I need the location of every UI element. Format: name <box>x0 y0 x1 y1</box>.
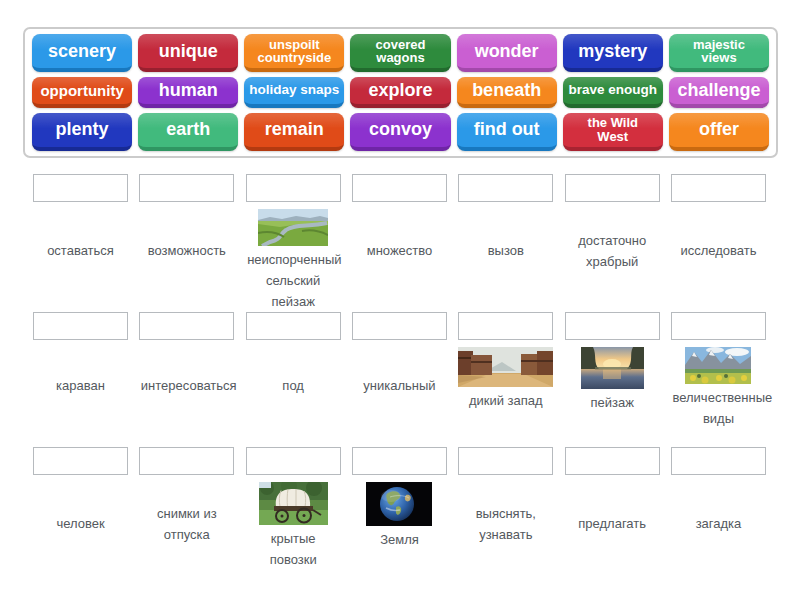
answer-label: неиспорченный сельский пейзаж <box>247 249 339 312</box>
answer-cell: выяснять, узнавать <box>458 447 553 573</box>
word-tile-majestic-views[interactable]: majestic views <box>669 34 769 72</box>
answer-cell: дикий запад <box>458 312 553 432</box>
drop-slot-3-2[interactable] <box>139 447 234 475</box>
drop-slot-1-5[interactable] <box>458 174 553 202</box>
drop-slot-2-3[interactable] <box>246 312 341 340</box>
answer-cell: величественные виды <box>671 312 766 432</box>
word-tile-holiday-snaps[interactable]: holiday snaps <box>244 77 344 107</box>
drop-slot-2-2[interactable] <box>139 312 234 340</box>
answer-cell: исследовать <box>671 174 766 312</box>
answer-cell: человек <box>33 447 128 573</box>
answer-cell: уникальный <box>352 312 447 432</box>
drop-slot-3-7[interactable] <box>671 447 766 475</box>
drop-slot-3-3[interactable] <box>246 447 341 475</box>
drop-slot-1-3[interactable] <box>246 174 341 202</box>
word-tile-explore[interactable]: explore <box>350 77 450 107</box>
answer-label: интересоваться <box>141 375 233 396</box>
drop-slot-3-4[interactable] <box>352 447 447 475</box>
answer-cell: караван <box>33 312 128 432</box>
answer-cell: возможность <box>139 174 234 312</box>
answer-cell: Земля <box>352 447 447 573</box>
word-tile-scenery[interactable]: scenery <box>32 34 132 72</box>
answer-label: уникальный <box>353 375 445 396</box>
drop-slot-3-1[interactable] <box>33 447 128 475</box>
answer-label: достаточно храбрый <box>566 230 658 272</box>
drop-slot-3-6[interactable] <box>565 447 660 475</box>
mountain-meadow-photo <box>685 347 751 384</box>
answer-cell: крытые повозки <box>246 447 341 573</box>
word-tile-challenge[interactable]: challenge <box>669 77 769 107</box>
word-tile-unique[interactable]: unique <box>138 34 238 72</box>
answer-label: под <box>247 375 339 396</box>
answer-label: оставаться <box>35 240 127 261</box>
word-tile-offer[interactable]: offer <box>669 113 769 151</box>
countryside-photo <box>258 209 328 246</box>
answer-cell: оставаться <box>33 174 128 312</box>
answer-row-2: караван интересоваться под уникальный <box>33 312 766 432</box>
word-tile-find-out[interactable]: find out <box>457 113 557 151</box>
drop-slot-2-4[interactable] <box>352 312 447 340</box>
word-tile-human[interactable]: human <box>138 77 238 107</box>
drop-slot-1-1[interactable] <box>33 174 128 202</box>
answer-label: караван <box>35 375 127 396</box>
answer-label: загадка <box>672 513 764 534</box>
covered-wagon-photo <box>259 482 328 525</box>
answer-cell: предлагать <box>565 447 660 573</box>
answer-cell: множество <box>352 174 447 312</box>
answer-row-1: оставаться возможность неиспорченный сел… <box>33 174 766 312</box>
word-bank-panel: scenery unique unspoilt countryside cove… <box>23 27 778 158</box>
answer-label: выяснять, узнавать <box>460 503 552 545</box>
answer-label: предлагать <box>566 513 658 534</box>
word-tile-unspoilt-countryside[interactable]: unspoilt countryside <box>244 34 344 72</box>
answer-label: пейзаж <box>566 392 658 413</box>
word-tile-plenty[interactable]: plenty <box>32 113 132 151</box>
drop-slot-2-6[interactable] <box>565 312 660 340</box>
drop-slot-1-7[interactable] <box>671 174 766 202</box>
answer-cell: достаточно храбрый <box>565 174 660 312</box>
word-tile-opportunity[interactable]: opportunity <box>32 77 132 107</box>
answer-label: дикий запад <box>460 390 552 411</box>
answer-cell: снимки из отпуска <box>139 447 234 573</box>
word-tile-earth[interactable]: earth <box>138 113 238 151</box>
drop-slot-2-1[interactable] <box>33 312 128 340</box>
answer-label: величественные виды <box>672 387 764 429</box>
wild-west-town-photo <box>458 347 553 387</box>
answer-cell: пейзаж <box>565 312 660 432</box>
drop-slot-3-5[interactable] <box>458 447 553 475</box>
answer-label: исследовать <box>672 240 764 261</box>
word-tile-covered-wagons[interactable]: covered wagons <box>350 34 450 72</box>
word-tile-remain[interactable]: remain <box>244 113 344 151</box>
answer-label: крытые повозки <box>247 528 339 570</box>
answer-label: множество <box>353 240 445 261</box>
word-tile-convoy[interactable]: convoy <box>350 113 450 151</box>
word-tile-wonder[interactable]: wonder <box>457 34 557 72</box>
drop-slot-1-2[interactable] <box>139 174 234 202</box>
answer-row-3: человек снимки из отпуска <box>33 447 766 573</box>
answer-cell: неиспорченный сельский пейзаж <box>246 174 341 312</box>
answer-label: возможность <box>141 240 233 261</box>
word-tile-brave-enough[interactable]: brave enough <box>563 77 663 107</box>
answer-label: Земля <box>353 529 445 550</box>
answer-label: вызов <box>460 240 552 261</box>
drop-slot-1-4[interactable] <box>352 174 447 202</box>
lake-sunset-photo <box>581 347 644 389</box>
drop-slot-1-6[interactable] <box>565 174 660 202</box>
drop-slot-2-5[interactable] <box>458 312 553 340</box>
answer-cell: интересоваться <box>139 312 234 432</box>
word-tile-the-wild-west[interactable]: the Wild West <box>563 113 663 151</box>
answer-label: человек <box>35 513 127 534</box>
answer-cell: под <box>246 312 341 432</box>
answer-cell: загадка <box>671 447 766 573</box>
drop-slot-2-7[interactable] <box>671 312 766 340</box>
answer-label: снимки из отпуска <box>141 503 233 545</box>
word-tile-beneath[interactable]: beneath <box>457 77 557 107</box>
earth-photo <box>366 482 432 526</box>
word-tile-mystery[interactable]: mystery <box>563 34 663 72</box>
answer-cell: вызов <box>458 174 553 312</box>
